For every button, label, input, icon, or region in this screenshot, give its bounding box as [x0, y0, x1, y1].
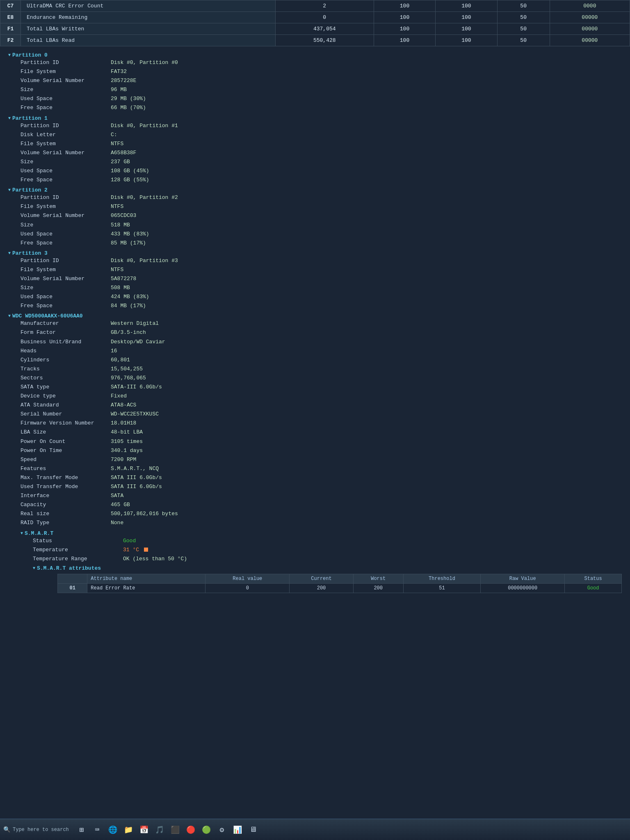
prop-row: RAID Type None: [21, 518, 622, 527]
prop-value: 85 MB (17%): [111, 239, 146, 248]
status-row: Status Good: [33, 536, 622, 546]
prop-value: Western Digital: [111, 319, 159, 328]
taskbar-icon[interactable]: 📅: [137, 823, 151, 837]
prop-row: Size 237 GB: [21, 158, 622, 167]
partition-section: ▼ Partition 0 Partition ID Disk #0, Part…: [0, 46, 630, 596]
prop-row: Volume Serial Number 065CDC03: [21, 211, 622, 220]
taskbar-icons: ⊞⌨🌐📁📅🎵⬛🔴🟢⚙📊🖥: [75, 823, 260, 837]
table-header-cell: Attribute name: [87, 574, 205, 583]
prop-value: SATA III 6.0Gb/s: [111, 473, 162, 482]
smart-attrs-table: Attribute nameReal valueCurrentWorstThre…: [57, 574, 622, 593]
prop-value: 065CDC03: [111, 211, 136, 220]
prop-label: Used Space: [21, 167, 111, 176]
prop-row: Real size 500,107,862,016 bytes: [21, 509, 622, 518]
partition-group: ▼ Partition 0 Partition ID Disk #0, Part…: [8, 52, 622, 113]
taskbar-icon[interactable]: ⚙: [215, 823, 229, 837]
prop-value: 2857228E: [111, 76, 136, 85]
prop-value: 15,504,255: [111, 365, 143, 374]
prop-label: Volume Serial Number: [21, 274, 111, 283]
prop-value: 3105 times: [111, 437, 143, 446]
prop-row: ATA Standard ATA8-ACS: [21, 401, 622, 410]
search-label[interactable]: Type here to search: [13, 827, 69, 833]
taskbar-icon[interactable]: 🟢: [199, 823, 213, 837]
partition-header[interactable]: ▼ Partition 3: [8, 250, 622, 256]
prop-label: Used Space: [21, 292, 111, 301]
prop-value: 108 GB (45%): [111, 167, 149, 176]
prop-row: Volume Serial Number A658B38F: [21, 148, 622, 158]
prop-row: Volume Serial Number 5A872278: [21, 274, 622, 283]
prop-value: Disk #0, Partition #3: [111, 256, 178, 265]
prop-row: Max. Transfer Mode SATA III 6.0Gb/s: [21, 473, 622, 482]
partition-title: Partition 0: [12, 52, 48, 58]
prop-row: Partition ID Disk #0, Partition #0: [21, 58, 622, 67]
prop-row: Firmware Version Number 18.01H18: [21, 419, 622, 428]
prop-label: ATA Standard: [21, 401, 111, 410]
taskbar-icon[interactable]: 📊: [231, 823, 244, 837]
prop-value: Disk #0, Partition #1: [111, 121, 178, 130]
table-header-cell: Worst: [353, 574, 403, 583]
current-value: 100: [374, 12, 435, 23]
taskbar-icon[interactable]: ⌨: [90, 823, 104, 837]
smart-attrs-header[interactable]: ▼ S.M.A.R.T attributes: [33, 565, 622, 571]
prop-value: 500,107,862,016 bytes: [111, 509, 178, 518]
prop-value: 66 MB (70%): [111, 103, 146, 112]
wdc-drive-header[interactable]: ▼ WDC WD5000AAKX-60U6AA0: [8, 313, 622, 319]
worst-value: 200: [353, 583, 403, 593]
prop-row: Manufacturer Western Digital: [21, 319, 622, 328]
prop-row: Serial Number WD-WCC2E5TXKUSC: [21, 410, 622, 419]
prop-row: Partition ID Disk #0, Partition #1: [21, 121, 622, 130]
prop-value: 128 GB (55%): [111, 176, 149, 185]
status-label: Status: [33, 536, 123, 546]
taskbar-icon[interactable]: 🔴: [184, 823, 198, 837]
prop-row: Business Unit/Brand Desktop/WD Caviar: [21, 338, 622, 347]
prop-label: Power On Count: [21, 437, 111, 446]
prop-row: Speed 7200 RPM: [21, 455, 622, 464]
prop-label: Business Unit/Brand: [21, 338, 111, 347]
partition-header[interactable]: ▼ Partition 1: [8, 115, 622, 121]
raw-value: 00000: [550, 23, 630, 35]
prop-label: Volume Serial Number: [21, 76, 111, 85]
smart-section-header[interactable]: ▼ S.M.A.R.T: [21, 530, 622, 536]
taskbar-icon[interactable]: ⬛: [168, 823, 182, 837]
prop-value: Fixed: [111, 392, 127, 401]
prop-value: Desktop/WD Caviar: [111, 338, 165, 347]
prop-row: Cylinders 60,801: [21, 356, 622, 365]
threshold-value: 50: [497, 35, 550, 46]
prop-value: Disk #0, Partition #0: [111, 58, 178, 67]
prop-label: Interface: [21, 491, 111, 500]
taskbar-icon[interactable]: 🌐: [106, 823, 120, 837]
chevron-down-icon: ▼: [8, 314, 11, 318]
prop-value: 60,801: [111, 356, 130, 365]
taskbar-icon[interactable]: 🎵: [153, 823, 167, 837]
attr-name: Endurance Remaining: [21, 12, 276, 23]
partition-header[interactable]: ▼ Partition 0: [8, 52, 622, 58]
partition-content: Partition ID Disk #0, Partition #0 File …: [21, 58, 622, 113]
raw-value: 00000: [550, 35, 630, 46]
prop-label: Used Space: [21, 94, 111, 103]
prop-label: Used Transfer Mode: [21, 482, 111, 491]
chevron-down-icon: ▼: [8, 251, 11, 256]
taskbar-icon[interactable]: 🖥: [246, 823, 260, 837]
prop-value: SATA-III 6.0Gb/s: [111, 383, 162, 392]
attr-id: F1: [0, 23, 21, 35]
prop-label: Partition ID: [21, 193, 111, 202]
prop-label: Partition ID: [21, 256, 111, 265]
taskbar-icon[interactable]: ⊞: [75, 823, 89, 837]
prop-row: Tracks 15,504,255: [21, 365, 622, 374]
prop-label: Cylinders: [21, 356, 111, 365]
prop-value: None: [111, 518, 123, 527]
attr-name: Total LBAs Read: [21, 35, 276, 46]
real-value: 0: [275, 12, 374, 23]
smart-attrs-label: S.M.A.R.T attributes: [37, 565, 101, 571]
taskbar-icon[interactable]: 📁: [121, 823, 135, 837]
partition-group: ▼ Partition 3 Partition ID Disk #0, Part…: [8, 250, 622, 311]
prop-row: Disk Letter C:: [21, 130, 622, 139]
prop-row: Used Transfer Mode SATA III 6.0Gb/s: [21, 482, 622, 491]
prop-row: Used Space 108 GB (45%): [21, 167, 622, 176]
table-header-cell: Raw Value: [481, 574, 565, 583]
prop-value: 96 MB: [111, 85, 127, 94]
partition-header[interactable]: ▼ Partition 2: [8, 187, 622, 193]
prop-row: Used Space 424 MB (83%): [21, 292, 622, 301]
table-header-cell: Threshold: [403, 574, 480, 583]
prop-label: File System: [21, 202, 111, 211]
